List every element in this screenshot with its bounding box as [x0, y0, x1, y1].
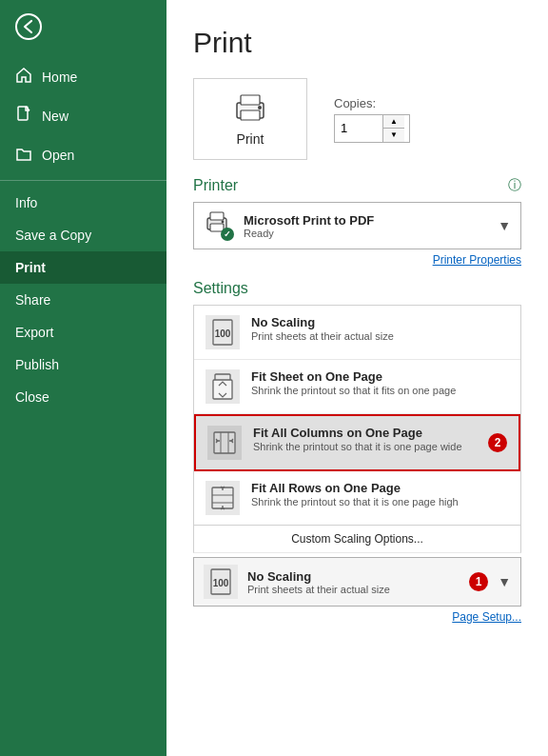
sidebar-item-share[interactable]: Share: [0, 284, 166, 316]
sidebar-item-home-label: Home: [42, 70, 77, 85]
open-icon: [15, 145, 32, 165]
fit-columns-icon: [207, 426, 242, 460]
sidebar-item-new[interactable]: New: [0, 96, 166, 135]
copies-increment-button[interactable]: ▲: [383, 115, 404, 129]
settings-item-fit-columns[interactable]: Fit All Columns on One Page Shrink the p…: [194, 414, 520, 471]
sidebar-item-info[interactable]: Info: [0, 187, 166, 219]
sidebar-item-new-label: New: [42, 109, 68, 124]
printer-name: Microsoft Print to PDF: [244, 213, 488, 228]
settings-item-fit-sheet-text: Fit Sheet on One Page Shrink the printou…: [251, 369, 509, 397]
settings-section-title: Settings: [193, 280, 521, 297]
svg-rect-3: [241, 110, 260, 120]
svg-rect-8: [210, 212, 224, 220]
page-setup-link[interactable]: Page Setup...: [193, 610, 521, 624]
sidebar-item-home[interactable]: Home: [0, 57, 166, 96]
custom-scaling-link[interactable]: Custom Scaling Options...: [193, 526, 521, 553]
settings-item-fit-rows[interactable]: Fit All Rows on One Page Shrink the prin…: [194, 471, 520, 525]
bottom-scaling-selector[interactable]: 100 No Scaling Print sheets at their act…: [193, 557, 521, 607]
print-button-label: Print: [237, 131, 264, 147]
settings-item-fit-rows-title: Fit All Rows on One Page: [251, 481, 509, 495]
page-title: Print: [193, 27, 521, 59]
sidebar: Home New Open Info Save a Copy Print Sha…: [0, 0, 166, 756]
sidebar-divider: [0, 180, 166, 181]
new-icon: [15, 106, 32, 126]
bottom-scaling-text: No Scaling Print sheets at their actual …: [247, 569, 460, 595]
printer-properties-link[interactable]: Printer Properties: [193, 253, 521, 267]
settings-item-fit-rows-desc: Shrink the printout so that it is one pa…: [251, 495, 509, 508]
svg-point-0: [16, 14, 41, 39]
green-check-icon: ✓: [221, 228, 234, 241]
settings-item-no-scaling-text: No Scaling Print sheets at their actual …: [251, 315, 509, 343]
copies-input[interactable]: [335, 117, 382, 139]
printer-info: Microsoft Print to PDF Ready: [244, 213, 488, 239]
sidebar-item-open[interactable]: Open: [0, 135, 166, 174]
settings-item-fit-sheet[interactable]: Fit Sheet on One Page Shrink the printou…: [194, 360, 520, 414]
settings-list: 100 No Scaling Print sheets at their act…: [193, 305, 521, 526]
print-area: Print Copies: ▲ ▼: [193, 78, 521, 160]
copies-input-wrap: ▲ ▼: [334, 114, 410, 143]
settings-item-fit-columns-text: Fit All Columns on One Page Shrink the p…: [253, 426, 477, 453]
svg-text:100: 100: [215, 328, 231, 339]
printer-button-icon: [231, 91, 269, 126]
print-button[interactable]: Print: [193, 78, 307, 160]
printer-section-title: Printer: [193, 177, 521, 194]
svg-text:100: 100: [213, 578, 229, 588]
settings-item-no-scaling[interactable]: 100 No Scaling Print sheets at their act…: [194, 306, 520, 360]
settings-item-no-scaling-desc: Print sheets at their actual size: [251, 329, 509, 343]
sidebar-item-export[interactable]: Export: [0, 316, 166, 348]
no-scaling-icon: 100: [206, 315, 240, 349]
settings-item-fit-columns-title: Fit All Columns on One Page: [253, 426, 477, 440]
printer-dropdown[interactable]: ✓ Microsoft Print to PDF Ready ▼: [193, 202, 521, 249]
svg-point-5: [258, 106, 262, 109]
bottom-scaling-icon: 100: [204, 565, 238, 599]
printer-section: Printer ⓘ ✓ Microsoft Print to PDF Ready…: [193, 177, 521, 267]
badge-1: 1: [469, 572, 488, 591]
sidebar-item-print[interactable]: Print: [0, 251, 166, 284]
sidebar-item-open-label: Open: [42, 148, 74, 163]
svg-rect-4: [241, 95, 260, 105]
sidebar-item-save-copy[interactable]: Save a Copy: [0, 219, 166, 251]
copies-area: Copies: ▲ ▼: [334, 96, 410, 143]
printer-status: Ready: [244, 228, 488, 239]
sidebar-item-close[interactable]: Close: [0, 381, 166, 413]
bottom-dropdown-arrow-icon: ▼: [498, 574, 511, 589]
copies-spinners: ▲ ▼: [382, 115, 404, 142]
svg-rect-17: [212, 487, 233, 508]
sidebar-item-publish[interactable]: Publish: [0, 348, 166, 381]
badge-2: 2: [488, 433, 507, 452]
settings-item-fit-rows-text: Fit All Rows on One Page Shrink the prin…: [251, 481, 509, 508]
svg-point-9: [222, 221, 225, 224]
copies-decrement-button[interactable]: ▼: [383, 129, 404, 142]
settings-item-fit-columns-desc: Shrink the printout so that it is one pa…: [253, 440, 477, 453]
info-icon[interactable]: ⓘ: [508, 177, 521, 194]
settings-item-fit-sheet-title: Fit Sheet on One Page: [251, 369, 509, 384]
svg-rect-14: [214, 432, 235, 453]
settings-item-fit-sheet-desc: Shrink the printout so that it fits on o…: [251, 384, 509, 397]
bottom-scaling-desc: Print sheets at their actual size: [247, 584, 460, 595]
copies-label: Copies:: [334, 96, 410, 110]
settings-item-no-scaling-title: No Scaling: [251, 315, 509, 329]
home-icon: [15, 67, 32, 87]
back-button[interactable]: [0, 0, 166, 57]
printer-dropdown-arrow-icon: ▼: [498, 218, 511, 233]
svg-rect-13: [213, 380, 232, 399]
printer-icon-wrap: ✓: [204, 210, 234, 241]
fit-sheet-icon: [206, 369, 240, 404]
bottom-scaling-title: No Scaling: [247, 569, 460, 584]
fit-rows-icon: [206, 481, 240, 515]
main-content: Print Print Copies: ▲ ▼ Printer: [166, 0, 548, 756]
